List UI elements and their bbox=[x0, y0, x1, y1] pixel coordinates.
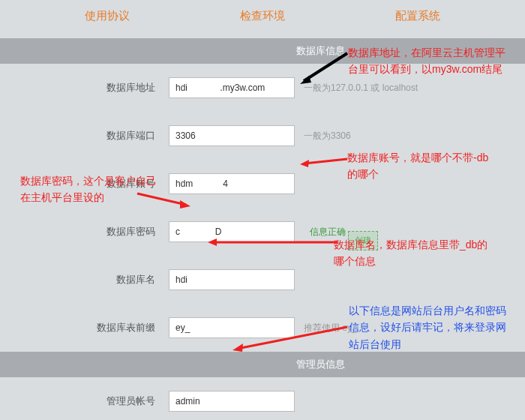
db-name-input[interactable] bbox=[169, 269, 295, 290]
tab-config[interactable]: 配置系统 bbox=[395, 9, 440, 23]
db-host-input[interactable] bbox=[169, 77, 295, 98]
db-prefix-input[interactable] bbox=[169, 317, 295, 338]
db-prefix-hint: 推荐使用 ey_ bbox=[304, 322, 357, 334]
db-pass-status: 信息正确 bbox=[310, 226, 346, 238]
admin-user-input[interactable] bbox=[169, 391, 295, 412]
db-port-label: 数据库端口 bbox=[0, 129, 169, 142]
db-name-label: 数据库名 bbox=[0, 273, 169, 286]
db-prefix-label: 数据库表前缀 bbox=[0, 321, 169, 334]
section-db-info: 数据库信息 bbox=[0, 38, 525, 64]
tab-env[interactable]: 检查环境 bbox=[240, 9, 285, 23]
section-admin-info: 管理员信息 bbox=[0, 352, 525, 377]
db-port-input[interactable] bbox=[169, 125, 295, 146]
db-pass-input[interactable] bbox=[169, 221, 295, 242]
step-tabs: 使用协议 检查环境 配置系统 bbox=[0, 0, 525, 38]
db-pass-label: 数据库密码 bbox=[0, 225, 169, 238]
db-user-input[interactable] bbox=[169, 173, 295, 194]
db-host-hint: 一般为127.0.0.1 或 localhost bbox=[304, 82, 418, 94]
db-port-hint: 一般为3306 bbox=[304, 130, 351, 142]
db-host-label: 数据库地址 bbox=[0, 81, 169, 94]
admin-user-label: 管理员帐号 bbox=[0, 394, 169, 408]
db-user-label: 数据库账号 bbox=[0, 177, 169, 190]
tab-agreement[interactable]: 使用协议 bbox=[85, 9, 130, 23]
db-create-badge: 创建 bbox=[348, 231, 378, 250]
